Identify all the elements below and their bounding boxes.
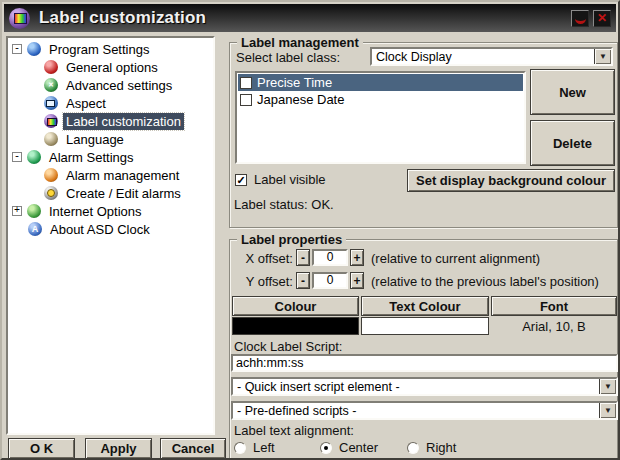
tree-item-label-customization[interactable]: Label customization: [8, 112, 213, 130]
alignment-option-right[interactable]: Right: [407, 440, 456, 455]
tree-item-alarm-settings[interactable]: - Alarm Settings: [8, 148, 213, 166]
minimize-button[interactable]: [571, 10, 589, 27]
tree-item-label-selected: Label customization: [63, 113, 184, 130]
titlebar: Label customization ✕: [4, 4, 616, 32]
y-offset-label: Y offset:: [235, 274, 293, 289]
y-offset-increment-button[interactable]: +: [350, 272, 364, 289]
radio-label: Left: [253, 440, 275, 455]
tree-item-language[interactable]: Language: [8, 130, 213, 148]
tree-item-create-edit-alarms[interactable]: Create / Edit alarms: [8, 184, 213, 202]
chevron-down-icon[interactable]: ▼: [594, 49, 611, 64]
tree-item-internet-options[interactable]: + Internet Options: [8, 202, 213, 220]
colour-button[interactable]: Colour: [232, 296, 359, 316]
x-offset-value[interactable]: 0: [312, 249, 348, 266]
tree-item-label: Alarm management: [63, 167, 182, 184]
label-list: Precise Time Japanese Date: [235, 71, 526, 164]
tree-item-label: About ASD Clock: [47, 221, 153, 238]
tree-item-program-settings[interactable]: - Program Settings: [8, 40, 213, 58]
chevron-down-icon[interactable]: ▼: [599, 403, 616, 418]
ok-button[interactable]: O K: [8, 438, 75, 459]
settings-tree: - Program Settings General options Advan…: [6, 36, 215, 435]
tree-item-about-asd-clock[interactable]: About ASD Clock: [8, 220, 213, 238]
tree-item-label: Create / Edit alarms: [63, 185, 184, 202]
y-offset-caption: (relative to the previous label's positi…: [371, 274, 599, 289]
cancel-button[interactable]: Cancel: [160, 438, 226, 459]
x-offset-increment-button[interactable]: +: [350, 249, 364, 266]
tree-item-alarm-management[interactable]: Alarm management: [8, 166, 213, 184]
clock-label-script-input[interactable]: [231, 354, 618, 372]
label-status: Label status: OK.: [234, 197, 334, 212]
new-button[interactable]: New: [530, 69, 615, 115]
group-legend: Label management: [237, 35, 363, 50]
radio-selected-icon[interactable]: [320, 442, 332, 454]
list-item-label: Precise Time: [257, 75, 332, 90]
apply-button[interactable]: Apply: [85, 438, 152, 459]
tree-item-label: General options: [63, 59, 161, 76]
alignment-option-left[interactable]: Left: [234, 440, 275, 455]
aspect-icon: [44, 96, 58, 110]
expand-icon[interactable]: +: [12, 206, 22, 216]
clock-label-script-label: Clock Label Script:: [234, 339, 342, 354]
radio-unselected-icon[interactable]: [407, 442, 419, 454]
tree-item-label: Internet Options: [46, 203, 145, 220]
label-text-alignment-label: Label text alignment:: [234, 423, 354, 438]
y-offset-decrement-button[interactable]: -: [296, 272, 310, 289]
quick-insert-value: - Quick insert script element -: [233, 380, 599, 394]
checkbox-unchecked-icon[interactable]: [240, 77, 252, 89]
general-options-icon: [44, 60, 58, 74]
text-colour-button[interactable]: Text Colour: [361, 296, 489, 316]
list-item-precise-time[interactable]: Precise Time: [238, 74, 523, 91]
y-offset-value[interactable]: 0: [312, 272, 348, 289]
list-item-japanese-date[interactable]: Japanese Date: [238, 91, 523, 108]
delete-button[interactable]: Delete: [530, 120, 615, 166]
x-offset-label: X offset:: [235, 251, 293, 266]
label-class-value: Clock Display: [372, 50, 594, 64]
set-display-background-colour-button[interactable]: Set display background colour: [407, 169, 615, 192]
label-properties-group: Label properties X offset: - 0 + (relati…: [229, 239, 618, 460]
close-button[interactable]: ✕: [593, 10, 611, 27]
collapse-icon[interactable]: -: [12, 152, 22, 162]
minimize-icon: [575, 18, 586, 24]
checkbox-unchecked-icon[interactable]: [240, 94, 252, 106]
window-title: Label customization: [39, 8, 567, 28]
colour-swatch[interactable]: [232, 317, 359, 335]
collapse-icon[interactable]: -: [12, 44, 22, 54]
alarm-settings-icon: [27, 150, 41, 164]
program-settings-icon: [27, 42, 41, 56]
tree-item-general-options[interactable]: General options: [8, 58, 213, 76]
font-value: Arial, 10, B: [491, 319, 617, 334]
tree-item-advanced-settings[interactable]: Advanced settings: [8, 76, 213, 94]
predefined-scripts-dropdown[interactable]: - Pre-defined scripts - ▼: [231, 401, 618, 420]
alarm-management-icon: [44, 168, 58, 182]
internet-options-icon: [27, 204, 41, 218]
label-class-dropdown[interactable]: Clock Display ▼: [370, 47, 613, 66]
radio-label: Center: [339, 440, 378, 455]
tree-item-aspect[interactable]: Aspect: [8, 94, 213, 112]
x-offset-decrement-button[interactable]: -: [296, 249, 310, 266]
chevron-down-icon[interactable]: ▼: [599, 379, 616, 394]
predefined-scripts-value: - Pre-defined scripts -: [233, 404, 599, 418]
radio-label: Right: [426, 440, 456, 455]
label-management-group: Label management Select label class: Clo…: [229, 42, 618, 228]
alignment-option-center[interactable]: Center: [320, 440, 378, 455]
label-customization-icon: [44, 114, 58, 128]
app-clock-icon: [9, 8, 30, 29]
x-offset-caption: (relative to current alignment): [371, 251, 540, 266]
settings-window: Label customization ✕ - Program Settings…: [0, 0, 620, 460]
quick-insert-dropdown[interactable]: - Quick insert script element - ▼: [231, 377, 618, 396]
tree-item-label: Language: [63, 131, 127, 148]
label-visible-label: Label visible: [254, 172, 326, 187]
create-edit-alarms-icon: [44, 186, 58, 200]
tree-item-label: Alarm Settings: [46, 149, 137, 166]
radio-unselected-icon[interactable]: [234, 442, 246, 454]
select-label-class-label: Select label class:: [236, 50, 340, 65]
label-visible-row: ✓ Label visible: [235, 172, 326, 187]
tree-item-label: Program Settings: [46, 41, 152, 58]
list-item-label: Japanese Date: [257, 92, 344, 107]
advanced-settings-icon: [44, 78, 58, 92]
tree-item-label: Aspect: [63, 95, 109, 112]
font-button[interactable]: Font: [491, 296, 617, 316]
label-visible-checkbox[interactable]: ✓: [235, 174, 247, 186]
group-legend: Label properties: [237, 232, 346, 247]
text-colour-swatch[interactable]: [361, 317, 489, 335]
